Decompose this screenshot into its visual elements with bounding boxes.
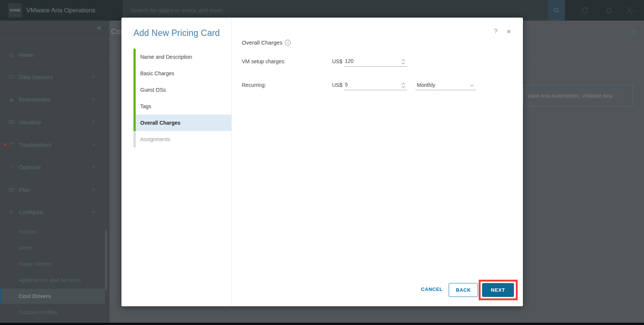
sidebar-subitem-label: Policies: [19, 229, 37, 235]
sidebar-item-label: Home: [19, 52, 34, 58]
wizard-step-label: Assignments: [136, 136, 170, 142]
chevron-right-icon: [91, 119, 96, 125]
alert-dot: [4, 143, 7, 146]
sidebar-item-visualize[interactable]: Visualize: [0, 115, 105, 130]
recurring-input[interactable]: [345, 82, 394, 88]
sidebar-item-policies[interactable]: Policies: [0, 224, 105, 239]
wizard-step-basic-charges[interactable]: Basic Charges: [133, 65, 231, 82]
wizard-step-overall-charges[interactable]: Overall Charges: [133, 115, 231, 131]
sidebar-subitem-label: Custom Profiles: [19, 309, 57, 315]
modal-title: Add New Pricing Card: [133, 28, 220, 38]
currency-label: US$: [332, 82, 342, 88]
wizard-step-label: Basic Charges: [136, 70, 174, 76]
number-stepper-icon[interactable]: [401, 58, 406, 65]
wizard-step-label: Guest OSs: [136, 87, 166, 93]
sidebar-item-label: Environment: [19, 96, 50, 103]
visualize-icon: [8, 119, 14, 125]
sidebar-item-optimize[interactable]: Optimize: [0, 160, 105, 174]
selected-period: Monthly: [417, 82, 435, 88]
plan-icon: [8, 186, 14, 192]
chevron-right-icon: [91, 97, 96, 102]
sidebar-subitem-label: Applications and Services: [19, 277, 81, 283]
chevron-right-icon: [91, 74, 96, 79]
environment-icon: [8, 96, 14, 102]
sidebar-divider: [0, 39, 109, 39]
section-heading-text: Overall Charges: [242, 39, 282, 46]
cancel-button[interactable]: CANCEL: [419, 286, 445, 293]
wizard-step-label: Overall Charges: [136, 120, 180, 126]
sidebar-subitem-label: Alerts: [19, 245, 33, 251]
troubleshoot-icon: [8, 142, 14, 148]
search-button[interactable]: [548, 0, 565, 21]
chevron-right-icon: [91, 142, 96, 147]
chevron-right-icon: [91, 164, 96, 170]
sidebar-item-label: Troubleshoot: [19, 142, 51, 148]
vm-setup-charges-input[interactable]: [345, 58, 394, 64]
wizard-divider: [231, 18, 232, 306]
info-icon[interactable]: i: [285, 40, 291, 46]
sidebar-item-home[interactable]: Home: [0, 47, 105, 62]
page-help-icon[interactable]: ?: [631, 28, 637, 38]
assigned-to-text: ware Aria Automation, VMware Aria: [524, 93, 613, 99]
sidebar-item-applications-and-services[interactable]: Applications and Services: [0, 273, 105, 288]
user-menu-icon[interactable]: [624, 5, 639, 16]
wizard-step-tags[interactable]: Tags: [133, 98, 231, 115]
wizard-step-label: Name and Description: [136, 54, 192, 60]
vmware-logo: vmw: [8, 3, 22, 17]
sidebar-item-custom-profiles[interactable]: Custom Profiles: [0, 305, 105, 320]
sidebar-item-label: Data Sources: [19, 74, 53, 80]
recurring-input-wrap: [344, 81, 407, 90]
recurring-period-select[interactable]: Monthly: [415, 81, 476, 90]
sidebar-item-environment[interactable]: Environment: [0, 92, 105, 107]
next-button[interactable]: NEXT: [482, 283, 514, 297]
currency-label: US$: [332, 58, 342, 64]
sidebar-item-cost-drivers[interactable]: Cost Drivers: [0, 289, 105, 304]
sidebar: « Home Data Sources Environment: [0, 21, 109, 323]
sidebar-item-super-metrics[interactable]: Super Metrics: [0, 256, 105, 271]
sidebar-item-label: Configure: [19, 209, 43, 215]
assigned-to-box: ware Aria Automation, VMware Aria: [523, 85, 633, 107]
sidebar-item-label: Visualize: [19, 119, 41, 125]
chevron-down-icon: [469, 83, 475, 88]
optimize-icon: [8, 164, 14, 170]
configure-gear-icon: [8, 209, 14, 215]
vm-setup-charges-row: VM setup charges: US$: [242, 57, 489, 67]
sidebar-item-label: Plan: [19, 186, 30, 193]
number-stepper-icon[interactable]: [401, 82, 406, 89]
sidebar-item-label: Optimize: [19, 164, 41, 170]
chevron-down-icon: [91, 209, 96, 215]
wizard-step-label: Tags: [136, 103, 151, 109]
sidebar-subitem-label: Cost Drivers: [19, 293, 51, 299]
home-icon: [8, 52, 14, 58]
window-bottom-edge: [0, 323, 644, 325]
wizard-step-assignments[interactable]: Assignments: [133, 131, 231, 148]
close-icon[interactable]: ×: [506, 27, 511, 36]
recurring-row: Recurring: US$ Monthly: [242, 81, 489, 91]
section-heading: Overall Charges i: [242, 39, 291, 46]
sidebar-item-troubleshoot[interactable]: Troubleshoot: [0, 137, 105, 152]
sidebar-collapse-icon[interactable]: «: [97, 23, 101, 32]
wizard-step-guest-oss[interactable]: Guest OSs: [133, 82, 231, 98]
data-sources-icon: [8, 74, 14, 80]
vm-setup-charges-input-wrap: [344, 57, 407, 67]
refresh-icon[interactable]: [580, 5, 591, 16]
chevron-right-icon: [91, 187, 96, 192]
sidebar-subitem-label: Super Metrics: [19, 261, 52, 267]
field-label: VM setup charges:: [242, 58, 286, 64]
add-pricing-card-modal: Add New Pricing Card ? × Name and Descri…: [121, 18, 523, 306]
field-label: Recurring:: [242, 82, 266, 88]
sidebar-item-alerts[interactable]: Alerts: [0, 240, 105, 255]
back-button[interactable]: BACK: [449, 283, 478, 297]
wizard-step-name-and-description[interactable]: Name and Description: [133, 49, 231, 65]
app-title: VMware Aria Operations: [26, 0, 95, 21]
bell-icon[interactable]: [604, 5, 615, 16]
sidebar-scrollbar[interactable]: [105, 230, 107, 290]
sidebar-item-plan[interactable]: Plan: [0, 182, 105, 197]
modal-help-icon[interactable]: ?: [494, 28, 497, 35]
sidebar-item-configure[interactable]: Configure: [0, 204, 105, 219]
sidebar-item-data-sources[interactable]: Data Sources: [0, 69, 105, 84]
search-icon: [553, 7, 560, 14]
